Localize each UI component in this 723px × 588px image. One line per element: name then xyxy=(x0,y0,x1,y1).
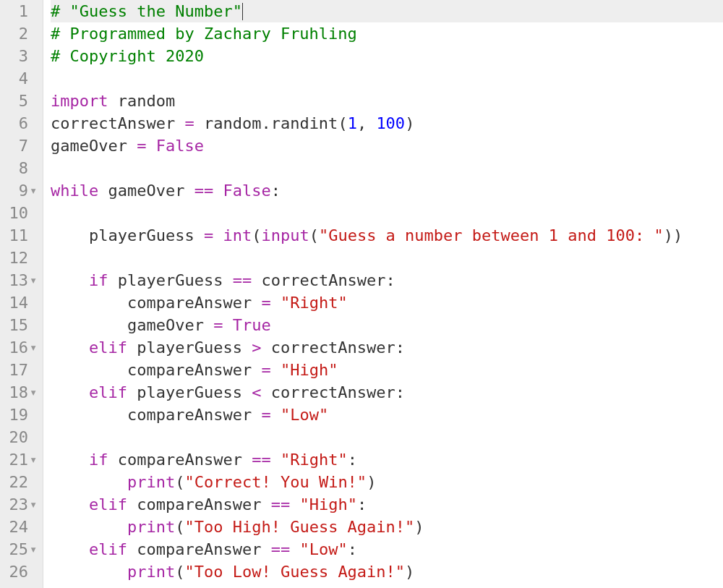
line-number[interactable]: 1 xyxy=(0,0,37,22)
code-token: import xyxy=(51,92,108,110)
code-line[interactable]: elif compareAnswer == "Low": xyxy=(51,538,723,561)
code-line[interactable] xyxy=(51,426,723,448)
line-number[interactable]: 9▾ xyxy=(0,179,37,202)
line-number[interactable]: 2 xyxy=(0,22,37,45)
code-token xyxy=(51,518,127,536)
code-line[interactable] xyxy=(51,202,723,224)
code-line[interactable]: while gameOver == False: xyxy=(51,179,723,202)
code-line[interactable] xyxy=(51,157,723,179)
line-number[interactable]: 12 xyxy=(0,247,37,269)
code-line[interactable]: correctAnswer = random.randint(1, 100) xyxy=(51,112,723,135)
code-token: elif xyxy=(89,495,127,514)
code-token: , xyxy=(357,114,377,132)
code-line[interactable]: print("Too Low! Guess Again!") xyxy=(51,561,723,583)
code-token: elif xyxy=(89,338,127,357)
line-number[interactable]: 13▾ xyxy=(0,269,37,291)
line-number-gutter[interactable]: 123456789▾10111213▾141516▾1718▾192021▾22… xyxy=(0,0,43,588)
code-token: = xyxy=(204,226,213,244)
code-line[interactable]: playerGuess = int(input("Guess a number … xyxy=(51,224,723,247)
code-token: ( xyxy=(175,518,184,536)
code-token: gameOver xyxy=(51,316,213,334)
code-token: # Copyright 2020 xyxy=(51,47,204,65)
code-token: correctAnswer: xyxy=(261,338,405,357)
code-line[interactable]: compareAnswer = "High" xyxy=(51,359,723,381)
code-line[interactable]: import random xyxy=(51,90,723,112)
code-line[interactable] xyxy=(51,247,723,269)
code-token: False xyxy=(156,137,204,155)
code-token: if xyxy=(89,271,108,289)
line-number[interactable]: 20 xyxy=(0,426,37,448)
fold-toggle-icon[interactable]: ▾ xyxy=(30,538,37,561)
line-number[interactable]: 10 xyxy=(0,202,37,224)
code-line[interactable]: print("Correct! You Win!") xyxy=(51,471,723,493)
code-token: # Programmed by Zachary Fruhling xyxy=(51,25,357,43)
line-number[interactable]: 25▾ xyxy=(0,538,37,561)
code-line[interactable]: if playerGuess == correctAnswer: xyxy=(51,269,723,291)
line-number[interactable]: 26 xyxy=(0,561,37,583)
code-token xyxy=(51,495,89,514)
code-area[interactable]: # "Guess the Number" # Programmed by Zac… xyxy=(43,0,723,588)
line-number[interactable]: 19 xyxy=(0,404,37,426)
code-token: print xyxy=(127,518,175,536)
code-line[interactable]: # Programmed by Zachary Fruhling xyxy=(51,22,723,45)
code-token xyxy=(271,294,281,312)
fold-toggle-icon[interactable]: ▾ xyxy=(30,381,37,404)
code-line[interactable]: print("Too High! Guess Again!") xyxy=(51,516,723,538)
code-token: compareAnswer xyxy=(51,361,261,379)
line-number[interactable]: 3 xyxy=(0,45,37,67)
code-token: )) xyxy=(664,226,683,244)
code-token: ) xyxy=(405,114,414,132)
code-token: = xyxy=(261,361,270,379)
line-number[interactable]: 4 xyxy=(0,67,37,90)
code-token xyxy=(51,563,127,581)
code-token xyxy=(271,406,281,424)
code-token: > xyxy=(252,338,261,357)
line-number[interactable]: 14 xyxy=(0,291,37,314)
code-line[interactable]: compareAnswer = "Low" xyxy=(51,404,723,426)
code-line[interactable]: gameOver = True xyxy=(51,314,723,336)
code-token xyxy=(51,383,89,401)
code-token: elif xyxy=(89,383,127,401)
fold-toggle-icon[interactable]: ▾ xyxy=(30,179,37,202)
code-token: "Right" xyxy=(281,451,348,469)
code-token: == xyxy=(233,271,252,289)
code-token: ( xyxy=(252,226,261,244)
code-line[interactable]: elif compareAnswer == "High": xyxy=(51,493,723,516)
code-token xyxy=(51,473,127,491)
code-line[interactable]: if compareAnswer == "Right": xyxy=(51,448,723,471)
fold-toggle-icon[interactable]: ▾ xyxy=(30,336,37,359)
code-token: random xyxy=(108,92,175,110)
line-number[interactable]: 15 xyxy=(0,314,37,336)
code-token: int xyxy=(223,226,252,244)
line-number[interactable]: 16▾ xyxy=(0,336,37,359)
code-token: print xyxy=(127,473,175,491)
line-number[interactable]: 11 xyxy=(0,224,37,247)
code-line[interactable]: compareAnswer = "Right" xyxy=(51,291,723,314)
code-token: ( xyxy=(175,473,184,491)
line-number[interactable]: 24 xyxy=(0,516,37,538)
line-number[interactable]: 7 xyxy=(0,135,37,157)
code-token: input xyxy=(261,226,309,244)
line-number[interactable]: 17 xyxy=(0,359,37,381)
line-number[interactable]: 18▾ xyxy=(0,381,37,404)
line-number[interactable]: 21▾ xyxy=(0,448,37,471)
code-token xyxy=(51,338,89,357)
code-line[interactable]: elif playerGuess > correctAnswer: xyxy=(51,336,723,359)
code-line[interactable]: elif playerGuess < correctAnswer: xyxy=(51,381,723,404)
code-line[interactable]: # "Guess the Number" xyxy=(51,0,723,22)
code-token: ( xyxy=(338,114,347,132)
fold-toggle-icon[interactable]: ▾ xyxy=(30,493,37,516)
line-number[interactable]: 5 xyxy=(0,90,37,112)
fold-toggle-icon[interactable]: ▾ xyxy=(30,269,37,291)
code-line[interactable] xyxy=(51,67,723,90)
code-line[interactable]: gameOver = False xyxy=(51,135,723,157)
code-token: playerGuess xyxy=(51,226,204,244)
fold-toggle-icon[interactable]: ▾ xyxy=(30,448,37,471)
line-number[interactable]: 23▾ xyxy=(0,493,37,516)
code-token: = xyxy=(261,406,270,424)
code-line[interactable]: # Copyright 2020 xyxy=(51,45,723,67)
code-token: gameOver xyxy=(98,182,194,200)
line-number[interactable]: 8 xyxy=(0,157,37,179)
line-number[interactable]: 22 xyxy=(0,471,37,493)
line-number[interactable]: 6 xyxy=(0,112,37,135)
